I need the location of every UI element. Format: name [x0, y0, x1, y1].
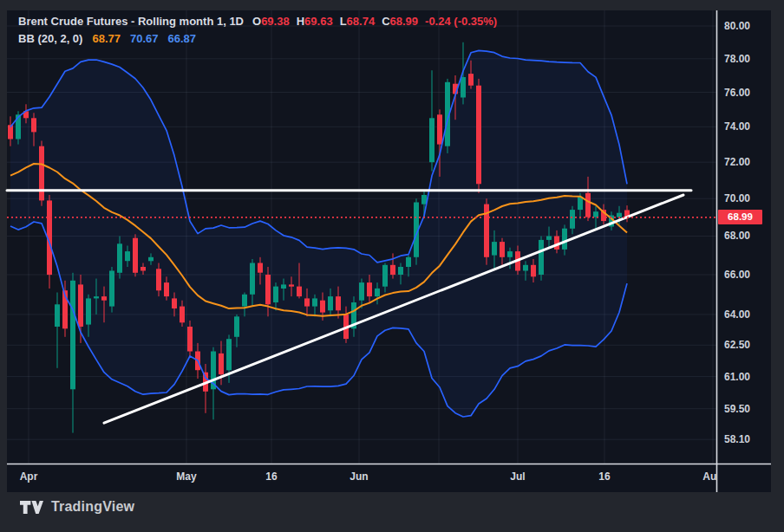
price-axis-label: 64.00 [724, 308, 750, 321]
price-axis-label: 66.00 [724, 268, 750, 282]
price-axis-label: 61.00 [724, 370, 750, 384]
price-axis-label: 76.00 [724, 86, 750, 100]
bb-lower-value: 66.87 [168, 30, 197, 48]
time-axis-label: May [176, 470, 196, 483]
time-axis-label: Apr [20, 470, 38, 483]
time-axis[interactable]: AprMay16JunJul16Aug [7, 464, 717, 490]
price-axis-label: 78.00 [724, 52, 750, 66]
indicator-legend-row[interactable]: BB (20, 2, 0) 68.77 70.67 66.87 [18, 30, 497, 48]
indicator-name: BB (20, 2, 0) [18, 30, 82, 48]
tradingview-chart-page: { "legend": { "title": "Brent Crude Futu… [0, 0, 784, 532]
bb-upper-value: 70.67 [130, 30, 159, 48]
price-axis-label: 74.00 [724, 120, 750, 133]
tradingview-logo-icon [20, 500, 43, 515]
legend: Brent Crude Futures - Rolling month 1, 1… [18, 13, 497, 48]
time-axis-label: Jul [510, 470, 525, 483]
ohlc-close: C68.99 [382, 13, 418, 30]
price-axis-label: 68.00 [724, 229, 750, 243]
ohlc-high: H69.63 [297, 13, 333, 30]
price-axis-label: 59.50 [724, 402, 750, 416]
price-axis-label: 58.10 [724, 432, 750, 446]
price-axis-label: 80.00 [724, 19, 750, 33]
time-axis-label: Jun [350, 470, 368, 483]
ohlc-low: L68.74 [340, 13, 376, 30]
tradingview-brand-text: TradingView [51, 499, 134, 515]
tradingview-branding[interactable]: TradingView [20, 499, 134, 515]
price-axis[interactable]: 80.0078.0076.0074.0072.0070.0068.0066.00… [718, 10, 771, 464]
time-axis-label: 16 [598, 470, 610, 483]
symbol-title: Brent Crude Futures - Rolling month 1, 1… [18, 13, 244, 30]
ohlc-open: O69.38 [252, 13, 290, 30]
price-axis-label: 70.00 [724, 191, 750, 205]
price-chart-plot[interactable] [0, 0, 784, 532]
time-axis-label: 16 [265, 470, 277, 483]
time-axis-label: Aug [702, 470, 717, 483]
bb-basis-value: 68.77 [92, 30, 121, 48]
price-axis-label: 62.50 [724, 338, 750, 352]
change-value: -0.24 (-0.35%) [425, 13, 497, 30]
price-axis-label: 72.00 [724, 155, 750, 169]
last-price-badge: 68.99 [718, 210, 762, 224]
symbol-legend-row[interactable]: Brent Crude Futures - Rolling month 1, 1… [18, 13, 497, 30]
